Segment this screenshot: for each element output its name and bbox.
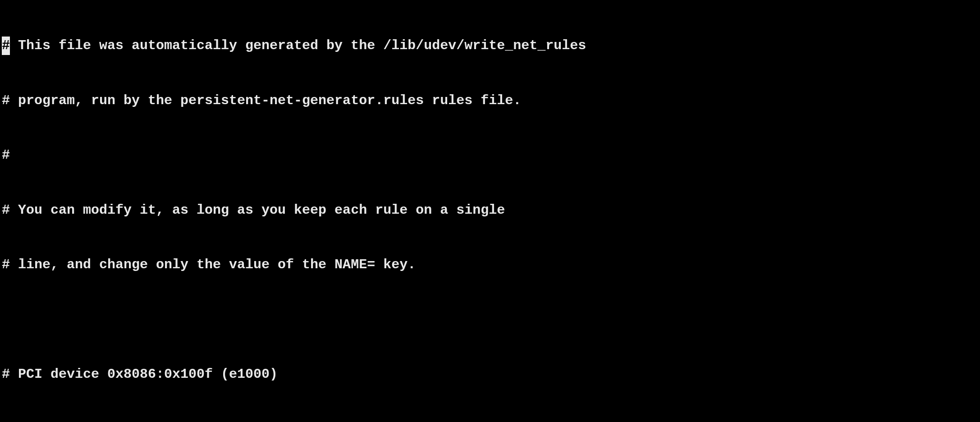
terminal-viewport[interactable]: # This file was automatically generated … bbox=[0, 0, 980, 422]
cursor-block: # bbox=[2, 37, 10, 55]
file-line: # This file was automatically generated … bbox=[2, 37, 978, 55]
file-line: # line, and change only the value of the… bbox=[2, 256, 978, 274]
file-line: # bbox=[2, 146, 978, 165]
file-line: # program, run by the persistent-net-gen… bbox=[2, 92, 978, 110]
line-text: This file was automatically generated by… bbox=[10, 38, 586, 53]
file-line: # You can modify it, as long as you keep… bbox=[2, 201, 978, 220]
file-line: # PCI device 0x8086:0x100f (e1000) bbox=[2, 365, 978, 384]
file-line: SUBSYSTEM=="net", ACTION=="add", DRIVERS… bbox=[2, 420, 978, 422]
blank-line bbox=[2, 311, 978, 329]
